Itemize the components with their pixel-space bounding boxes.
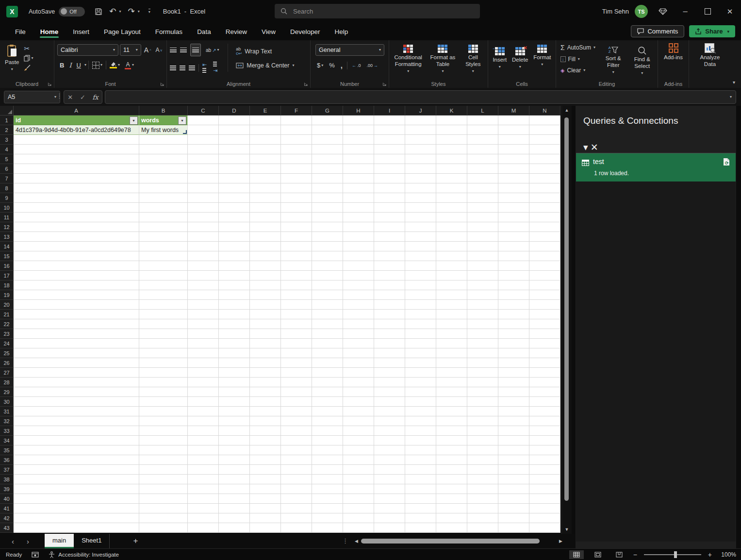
cell[interactable] bbox=[436, 397, 467, 407]
cell[interactable] bbox=[467, 329, 498, 339]
cell[interactable] bbox=[374, 174, 405, 183]
cell[interactable] bbox=[312, 222, 343, 232]
cell[interactable] bbox=[374, 261, 405, 271]
cell[interactable] bbox=[436, 213, 467, 222]
cell[interactable] bbox=[374, 445, 405, 455]
zoom-out-button[interactable]: − bbox=[633, 551, 637, 559]
avatar[interactable]: TS bbox=[635, 5, 648, 18]
cell[interactable] bbox=[498, 348, 529, 358]
cell[interactable] bbox=[139, 310, 188, 319]
cell[interactable] bbox=[405, 290, 436, 300]
maximize-button[interactable] bbox=[696, 0, 719, 23]
cell[interactable] bbox=[250, 251, 281, 261]
cell[interactable] bbox=[343, 436, 374, 445]
cell[interactable] bbox=[139, 232, 188, 242]
cell[interactable]: 4d1c379a-9d4d-4b0b-91e7-a0cd2d649e78 bbox=[14, 125, 139, 135]
cell[interactable] bbox=[374, 251, 405, 261]
row-header[interactable]: 14 bbox=[0, 242, 14, 251]
cell[interactable] bbox=[14, 378, 139, 387]
cell[interactable] bbox=[374, 242, 405, 251]
cell[interactable] bbox=[188, 397, 219, 407]
cell[interactable] bbox=[219, 242, 250, 251]
cell[interactable] bbox=[312, 436, 343, 445]
cell[interactable] bbox=[281, 436, 312, 445]
query-item[interactable]: test⟳1 row loaded. bbox=[576, 153, 736, 181]
row-header[interactable]: 7 bbox=[0, 174, 14, 183]
cell[interactable] bbox=[374, 222, 405, 232]
cell[interactable] bbox=[436, 242, 467, 251]
format-as-table-dropdown-icon[interactable]: ▾ bbox=[442, 69, 444, 73]
cell[interactable] bbox=[281, 416, 312, 426]
cell[interactable] bbox=[343, 484, 374, 494]
top-align-button[interactable] bbox=[170, 48, 177, 52]
cell[interactable] bbox=[467, 484, 498, 494]
cell[interactable] bbox=[529, 251, 560, 261]
cell[interactable] bbox=[14, 416, 139, 426]
redo-icon[interactable]: ↷ bbox=[128, 7, 134, 16]
cell[interactable] bbox=[250, 135, 281, 145]
cell[interactable] bbox=[14, 290, 139, 300]
cell[interactable] bbox=[467, 416, 498, 426]
align-left-button[interactable] bbox=[170, 66, 176, 70]
cell[interactable] bbox=[188, 407, 219, 416]
decrease-font-size-button[interactable]: Av bbox=[154, 44, 164, 56]
cell[interactable] bbox=[281, 300, 312, 310]
cell[interactable] bbox=[14, 484, 139, 494]
cell[interactable] bbox=[343, 125, 374, 135]
cell[interactable] bbox=[343, 397, 374, 407]
cell[interactable] bbox=[343, 183, 374, 193]
cell[interactable] bbox=[498, 484, 529, 494]
cell[interactable] bbox=[219, 232, 250, 242]
cell[interactable] bbox=[374, 135, 405, 145]
cell[interactable] bbox=[343, 494, 374, 504]
cell[interactable] bbox=[188, 203, 219, 213]
cell[interactable] bbox=[498, 378, 529, 387]
cell[interactable] bbox=[281, 290, 312, 300]
cell-styles-dropdown-icon[interactable]: ▾ bbox=[472, 69, 474, 73]
cell[interactable] bbox=[436, 125, 467, 135]
cell[interactable] bbox=[529, 232, 560, 242]
cell[interactable] bbox=[188, 310, 219, 319]
cell[interactable] bbox=[219, 397, 250, 407]
clear-dropdown-icon[interactable]: ▾ bbox=[583, 68, 585, 72]
cell[interactable] bbox=[312, 174, 343, 183]
cell[interactable] bbox=[343, 348, 374, 358]
cell[interactable] bbox=[498, 164, 529, 174]
cell[interactable] bbox=[436, 290, 467, 300]
cell[interactable] bbox=[14, 251, 139, 261]
cell[interactable] bbox=[312, 426, 343, 436]
cell[interactable] bbox=[139, 475, 188, 484]
cell[interactable] bbox=[188, 358, 219, 368]
cell[interactable] bbox=[188, 242, 219, 251]
cell[interactable] bbox=[139, 271, 188, 280]
cell[interactable] bbox=[498, 504, 529, 513]
cell[interactable] bbox=[188, 154, 219, 164]
undo-dropdown-icon[interactable]: ▾ bbox=[119, 9, 121, 14]
cell[interactable] bbox=[250, 319, 281, 329]
cell[interactable] bbox=[374, 164, 405, 174]
row-header[interactable]: 15 bbox=[0, 251, 14, 261]
cell[interactable] bbox=[312, 494, 343, 504]
cell[interactable] bbox=[436, 164, 467, 174]
cell[interactable] bbox=[467, 300, 498, 310]
cell[interactable] bbox=[281, 445, 312, 455]
cell[interactable] bbox=[498, 416, 529, 426]
cell[interactable] bbox=[405, 358, 436, 368]
row-header[interactable]: 1 bbox=[0, 115, 14, 125]
cell[interactable] bbox=[529, 407, 560, 416]
cell[interactable] bbox=[498, 310, 529, 319]
cell[interactable] bbox=[405, 445, 436, 455]
cell[interactable] bbox=[14, 232, 139, 242]
column-header[interactable]: N bbox=[529, 106, 560, 115]
cell[interactable] bbox=[498, 329, 529, 339]
scroll-left-icon[interactable]: ◀ bbox=[355, 539, 358, 544]
cell[interactable] bbox=[281, 455, 312, 465]
column-header[interactable]: L bbox=[467, 106, 498, 115]
cell[interactable] bbox=[14, 183, 139, 193]
cell[interactable] bbox=[250, 348, 281, 358]
cell[interactable] bbox=[250, 125, 281, 135]
cell[interactable] bbox=[312, 416, 343, 426]
filter-button[interactable]: ▼ bbox=[178, 116, 186, 125]
cell[interactable] bbox=[343, 154, 374, 164]
cell[interactable] bbox=[219, 310, 250, 319]
